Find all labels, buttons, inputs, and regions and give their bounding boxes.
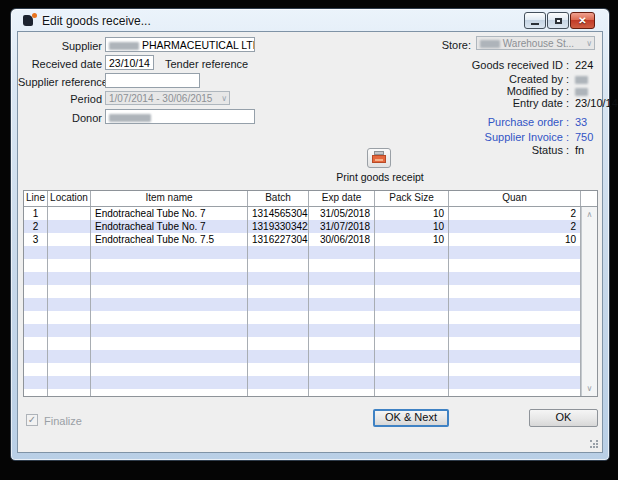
cell-item-name: Endotracheal Tube No. 7.5 xyxy=(91,233,248,246)
minimize-button[interactable] xyxy=(524,12,546,29)
detail-goods-received-id: Goods received ID :224 xyxy=(348,59,602,71)
cell-pack-size xyxy=(375,311,449,324)
entry-date-value: 23/10/14 xyxy=(575,97,618,109)
scroll-down-icon[interactable]: ∨ xyxy=(582,382,597,395)
table-row-empty[interactable] xyxy=(24,337,581,350)
table-header: LineLocationItem nameBatchExp datePack S… xyxy=(24,191,597,207)
scroll-up-icon[interactable]: ∧ xyxy=(582,208,597,221)
close-button[interactable]: ✕ xyxy=(570,12,595,29)
table-row-line-2[interactable]: 2Endotracheal Tube No. 71319330342x31/07… xyxy=(24,220,581,233)
cell-line: 3 xyxy=(24,233,48,246)
table-row-empty[interactable] xyxy=(24,246,581,259)
cell-item-name xyxy=(91,324,248,337)
finalize-checkbox: ✓ xyxy=(26,414,38,426)
column-header-pack-size[interactable]: Pack Size xyxy=(375,191,449,206)
cell-line xyxy=(24,376,48,389)
table-row-line-3[interactable]: 3Endotracheal Tube No. 7.51316227304...3… xyxy=(24,233,581,246)
cell-quan xyxy=(449,376,581,389)
table-row-empty[interactable] xyxy=(24,272,581,285)
print-goods-receipt-label: Print goods receipt xyxy=(318,171,442,183)
title-bar: Edit goods receive... ✕ xyxy=(11,9,609,31)
table-row-empty[interactable] xyxy=(24,350,581,363)
cell-location xyxy=(48,311,91,324)
table-row-empty[interactable] xyxy=(24,259,581,272)
cell-batch xyxy=(248,324,309,337)
detail-created-by: Created by : xyxy=(348,73,602,85)
cell-quan xyxy=(449,350,581,363)
column-header-spacer xyxy=(581,191,597,206)
cell-quan xyxy=(449,272,581,285)
table-row-empty[interactable] xyxy=(24,363,581,376)
cell-quan xyxy=(449,363,581,376)
detail-purchase-order: Purchase order :33 xyxy=(348,116,602,128)
print-goods-receipt-button[interactable] xyxy=(367,148,391,168)
cell-line xyxy=(24,272,48,285)
column-header-batch[interactable]: Batch xyxy=(248,191,309,206)
cell-item-name xyxy=(91,259,248,272)
cell-quan: 2 xyxy=(449,220,581,233)
cell-pack-size xyxy=(375,350,449,363)
table-row-empty[interactable] xyxy=(24,389,581,397)
cell-quan xyxy=(449,246,581,259)
cell-exp-date xyxy=(309,285,375,298)
store-label: Store: xyxy=(398,39,471,51)
ok-button[interactable]: OK xyxy=(529,409,598,427)
close-icon: ✕ xyxy=(578,16,586,26)
cell-quan xyxy=(449,259,581,272)
table-row-empty[interactable] xyxy=(24,311,581,324)
table-row-empty[interactable] xyxy=(24,285,581,298)
cell-exp-date xyxy=(309,389,375,397)
cell-batch xyxy=(248,272,309,285)
column-header-line[interactable]: Line xyxy=(24,191,48,206)
cell-item-name xyxy=(91,246,248,259)
purchase-order-value[interactable]: 33 xyxy=(575,116,587,128)
cell-pack-size xyxy=(375,376,449,389)
cell-quan: 2 xyxy=(449,207,581,220)
column-header-quan[interactable]: Quan xyxy=(449,191,581,206)
created-by-label: Created by : xyxy=(348,73,569,85)
supplier-invoice-label: Supplier Invoice : xyxy=(348,131,569,143)
period-select: 1/07/2014 - 30/06/2015∨ xyxy=(105,91,230,105)
cell-quan xyxy=(449,389,581,397)
window-title: Edit goods receive... xyxy=(42,14,151,28)
check-icon: ✓ xyxy=(28,414,36,425)
supplier-reference-field[interactable] xyxy=(105,73,200,88)
table-row-empty[interactable] xyxy=(24,376,581,389)
ok-next-button[interactable]: OK & Next xyxy=(373,409,449,427)
column-header-location[interactable]: Location xyxy=(48,191,91,206)
supplier-field[interactable]: PHARMACEUTICAL LTD xyxy=(105,37,255,52)
goods-received-id-value: 224 xyxy=(575,59,593,71)
donor-field[interactable] xyxy=(105,109,255,124)
status-value: fn xyxy=(575,144,584,156)
cell-location xyxy=(48,350,91,363)
cell-pack-size xyxy=(375,363,449,376)
cell-pack-size xyxy=(375,337,449,350)
modified-by-value xyxy=(575,85,588,97)
column-header-item-name[interactable]: Item name xyxy=(91,191,248,206)
created-by-value xyxy=(575,73,588,85)
cell-line: 2 xyxy=(24,220,48,233)
cell-location xyxy=(48,272,91,285)
cell-batch xyxy=(248,363,309,376)
supplier-invoice-value[interactable]: 750 xyxy=(575,131,593,143)
entry-date-label: Entry date : xyxy=(348,97,569,109)
cell-quan: 10 xyxy=(449,233,581,246)
table-row-empty[interactable] xyxy=(24,324,581,337)
cell-item-name: Endotracheal Tube No. 7 xyxy=(91,207,248,220)
table-row-line-1[interactable]: 1Endotracheal Tube No. 71314565304...31/… xyxy=(24,207,581,220)
cell-quan xyxy=(449,311,581,324)
resize-grip-icon[interactable] xyxy=(590,440,599,449)
vertical-scrollbar[interactable]: ∧ ∨ xyxy=(581,207,597,396)
period-label: Period xyxy=(18,93,102,105)
cell-pack-size xyxy=(375,246,449,259)
column-header-exp-date[interactable]: Exp date xyxy=(309,191,375,206)
cell-line xyxy=(24,324,48,337)
maximize-button[interactable] xyxy=(547,12,569,29)
cell-exp-date xyxy=(309,337,375,350)
table-body: 1Endotracheal Tube No. 71314565304...31/… xyxy=(24,207,581,396)
cell-item-name xyxy=(91,363,248,376)
table-row-empty[interactable] xyxy=(24,298,581,311)
redacted-donor-value xyxy=(109,114,151,122)
received-date-field[interactable]: 23/10/14 xyxy=(105,55,154,70)
cell-pack-size xyxy=(375,324,449,337)
